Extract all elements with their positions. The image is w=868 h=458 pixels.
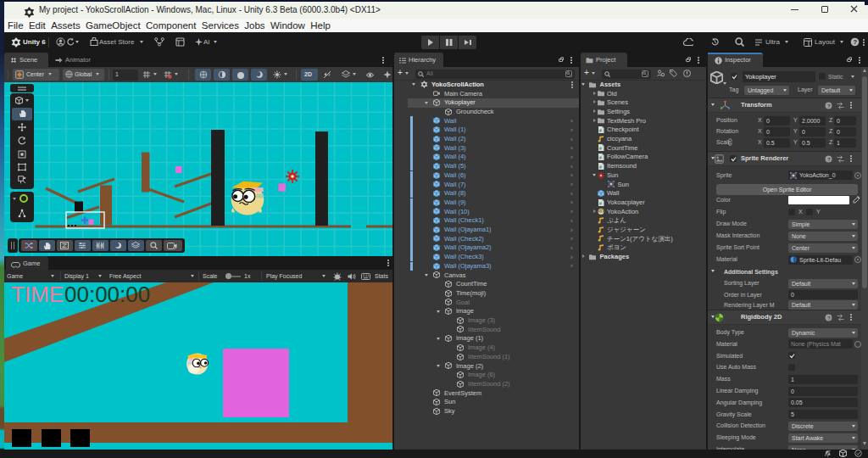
svg-text:TIME: TIME — [11, 282, 64, 307]
svg-text:?: ? — [827, 103, 831, 109]
svg-text:?: ? — [854, 38, 858, 46]
svg-text:00:00:00: 00:00:00 — [64, 282, 150, 307]
svg-text:?: ? — [827, 156, 831, 162]
svg-text:?: ? — [827, 315, 831, 321]
